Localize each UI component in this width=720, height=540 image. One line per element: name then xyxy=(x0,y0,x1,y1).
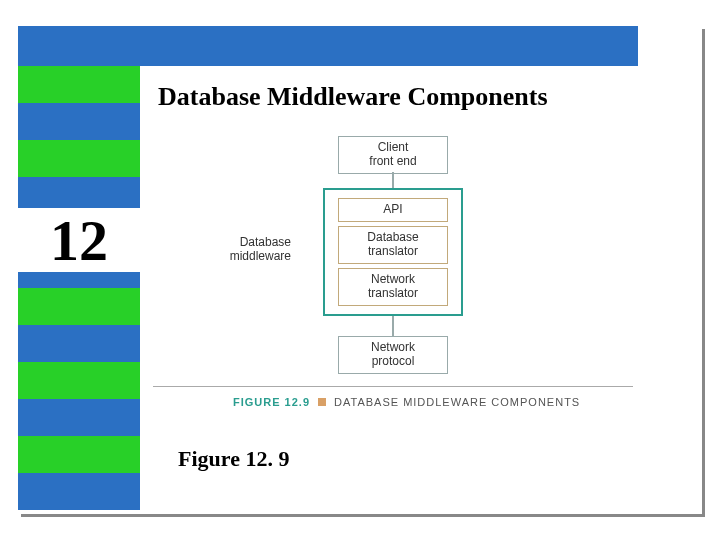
middleware-label: Databasemiddleware xyxy=(211,236,291,264)
database-translator-box: Databasetranslator xyxy=(338,226,448,264)
inline-figure-caption: FIGURE 12.9 DATABASE MIDDLEWARE COMPONEN… xyxy=(233,396,580,408)
figure-title-small: DATABASE MIDDLEWARE COMPONENTS xyxy=(334,396,580,408)
stripe xyxy=(18,436,140,473)
stripe xyxy=(18,399,140,436)
network-protocol-box: Networkprotocol xyxy=(338,336,448,374)
sidebar-stripes xyxy=(18,66,140,514)
stripe xyxy=(18,362,140,399)
api-box: API xyxy=(338,198,448,222)
marker-icon xyxy=(318,398,326,406)
client-front-end-box: Clientfront end xyxy=(338,136,448,174)
stripe xyxy=(18,66,140,103)
content-area: Clientfront end Databasemiddleware API D… xyxy=(153,136,633,396)
stripe xyxy=(18,325,140,362)
separator-line xyxy=(153,386,633,387)
chapter-number: 12 xyxy=(18,208,140,272)
middleware-frame: API Databasetranslator Networktranslator xyxy=(323,188,463,316)
connector-line xyxy=(392,172,394,188)
stripe xyxy=(18,288,140,325)
stripe xyxy=(18,140,140,177)
header-bar xyxy=(18,26,638,66)
middleware-diagram: Clientfront end Databasemiddleware API D… xyxy=(153,136,633,396)
stripe xyxy=(18,473,140,510)
slide-frame: 12 Database Middleware Components Client… xyxy=(18,26,702,514)
page-title: Database Middleware Components xyxy=(158,82,548,112)
network-translator-box: Networktranslator xyxy=(338,268,448,306)
connector-line xyxy=(392,316,394,336)
stripe xyxy=(18,103,140,140)
figure-caption: Figure 12. 9 xyxy=(178,446,289,472)
figure-label-small: FIGURE 12.9 xyxy=(233,396,310,408)
